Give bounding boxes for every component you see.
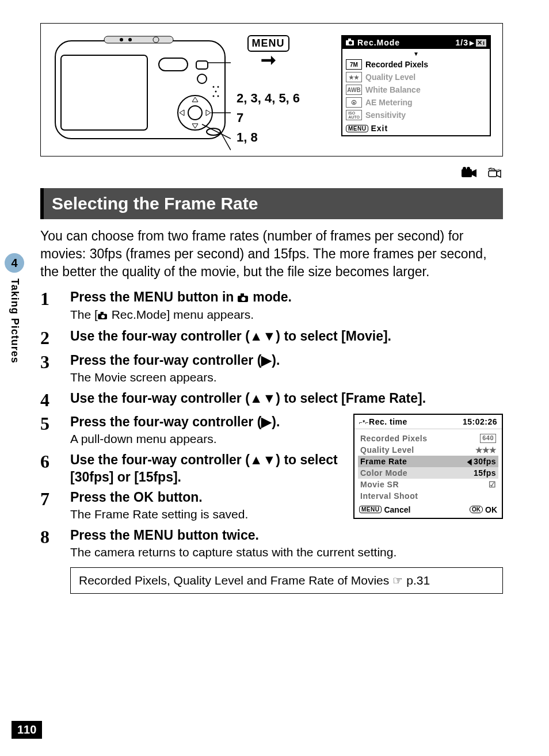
- pointer-hand-icon: ☞: [392, 574, 403, 587]
- svg-point-12: [213, 96, 215, 97]
- step-title: Use the four-way controller (▲▼) to sele…: [70, 452, 342, 486]
- svg-rect-1: [61, 55, 147, 130]
- lcd-header: Rec.Mode 1/3 ▶ ✕ı: [342, 36, 490, 49]
- applicable-mode-icons: [40, 166, 503, 184]
- lcd-footer-label: Exit: [371, 124, 388, 133]
- step-description: The [ Rec.Mode] menu appears.: [70, 308, 503, 322]
- step-7: 7 Press the OK button. The Frame Rate se…: [40, 489, 342, 524]
- step-number: 2: [40, 328, 60, 348]
- intro-paragraph: You can choose from two frame rates (num…: [40, 227, 503, 281]
- lcd-label: Quality Level: [365, 72, 415, 82]
- lcd-row-ae-metering: ⦿ AE Metering: [346, 96, 486, 109]
- step-description: The camera returns to capture status wit…: [70, 545, 503, 559]
- arrow-right-icon: ➞: [261, 51, 276, 69]
- ref-text: Recorded Pixels, Quality Level and Frame…: [79, 574, 389, 587]
- camera-illustration-side: MENU ➞ 2, 3, 4, 5, 6 7 1, 8: [52, 35, 330, 150]
- step-number: 3: [40, 352, 60, 387]
- step-5: 5 Press the four-way controller (▶). A p…: [40, 414, 342, 448]
- side-tab: 4 Taking Pictures: [0, 253, 29, 364]
- camera-icon: [346, 38, 355, 47]
- lcd-icon-iso-auto: ISOAUTO: [346, 110, 362, 120]
- top-figure-box: MENU ➞ 2, 3, 4, 5, 6 7 1, 8 Rec.Mode 1/3: [40, 23, 503, 156]
- step-description: The Frame Rate setting is saved.: [70, 507, 342, 521]
- lcd-label: AE Metering: [365, 98, 413, 107]
- lcd-icon-7m: 7M: [346, 59, 362, 70]
- svg-rect-7: [196, 61, 208, 69]
- camera-callout-labels: MENU ➞ 2, 3, 4, 5, 6 7 1, 8: [237, 35, 300, 145]
- menu-badge-icon: MENU: [346, 125, 368, 132]
- scroll-down-icon: ▼: [346, 51, 486, 57]
- step-title: Use the four-way controller (▲▼) to sele…: [70, 328, 503, 345]
- callout-line-2: 7: [237, 110, 300, 125]
- ref-page: p.31: [406, 574, 430, 587]
- lcd-page-indicator: 1/3: [455, 38, 468, 47]
- step-4: 4 Use the four-way controller (▲▼) to se…: [40, 390, 503, 410]
- lcd2-body: Recorded Pixels 640 Quality Level ★★★ Fr…: [354, 429, 502, 503]
- svg-point-16: [207, 128, 220, 135]
- camera-icon: [238, 289, 249, 307]
- svg-rect-27: [489, 171, 497, 177]
- step-3: 3 Press the four-way controller (▶). The…: [40, 352, 503, 387]
- step-6: 6 Use the four-way controller (▲▼) to se…: [40, 452, 342, 486]
- lcd-body: ▼ 7M Recorded Pixels ★★ Quality Level AW…: [342, 49, 490, 121]
- svg-point-35: [101, 315, 105, 319]
- svg-rect-6: [159, 58, 188, 71]
- lcd2-row-frame-rate: Frame Rate ◀30fps: [358, 456, 498, 467]
- lcd-footer: MENU Exit: [342, 121, 490, 135]
- step-number: 1: [40, 289, 60, 324]
- lcd-row-sensitivity: ISOAUTO Sensitivity: [346, 109, 486, 121]
- lcd-icon-stars: ★★: [346, 72, 362, 82]
- step-title: Press the MENU button in mode.: [70, 289, 503, 307]
- step-title: Press the four-way controller (▶).: [70, 352, 503, 369]
- lcd-row-quality-level: ★★ Quality Level: [346, 71, 486, 83]
- lcd-icon-awb: AWB: [346, 85, 362, 95]
- callout-line-3: 1, 8: [237, 130, 300, 145]
- lcd2-header: ⌐*⌐Rec. time 15:02:26: [354, 415, 502, 429]
- callout-line-1: 2, 3, 4, 5, 6: [237, 91, 300, 106]
- ok-badge-icon: OK: [470, 506, 483, 513]
- underwater-movie-mode-icon: [487, 166, 503, 184]
- lcd-row-white-balance: AWB White Balance: [346, 83, 486, 96]
- lcd-label: White Balance: [365, 85, 421, 94]
- lcd2-footer: MENU Cancel OK OK: [354, 503, 502, 518]
- lcd-rec-mode-menu: Rec.Mode 1/3 ▶ ✕ı ▼ 7M Recorded Pixels ★…: [341, 35, 491, 136]
- step-description: The Movie screen appears.: [70, 371, 503, 384]
- page-number: 110: [12, 721, 42, 739]
- rec-time-value: 15:02:26: [463, 417, 497, 426]
- step-description: A pull-down menu appears.: [70, 432, 342, 446]
- manual-page: 4 Taking Pictures 110: [0, 0, 549, 756]
- checkbox-icon: ☑: [489, 480, 497, 489]
- step-1: 1 Press the MENU button in mode. The [ R…: [40, 289, 503, 324]
- svg-point-8: [197, 74, 207, 83]
- step-title: Press the OK button.: [70, 489, 342, 506]
- svg-point-10: [218, 86, 219, 88]
- lcd2-row-movie-sr: Movie SR ☑: [360, 479, 496, 490]
- lcd2-row-color-mode: Color Mode 15fps: [358, 467, 498, 479]
- lcd2-row-quality-level: Quality Level ★★★: [360, 444, 496, 456]
- svg-point-3: [120, 38, 123, 41]
- step-number: 5: [40, 414, 60, 448]
- svg-line-20: [220, 132, 231, 150]
- step-number: 6: [40, 452, 60, 486]
- svg-point-23: [349, 41, 352, 45]
- lcd-row-recorded-pixels: 7M Recorded Pixels: [346, 58, 486, 71]
- chapter-number-badge: 4: [5, 253, 24, 273]
- svg-point-11: [215, 91, 217, 93]
- svg-point-32: [241, 297, 245, 301]
- step-number: 7: [40, 489, 60, 524]
- menu-badge-icon: MENU: [359, 506, 382, 513]
- chapter-label: Taking Pictures: [9, 278, 21, 364]
- svg-rect-31: [241, 293, 244, 296]
- lcd-title: Rec.Mode: [357, 38, 400, 47]
- svg-rect-2: [104, 36, 173, 43]
- svg-rect-26: [467, 167, 470, 170]
- lcd2-row-interval-shoot: Interval Shoot: [360, 490, 496, 502]
- section-heading: Selecting the Frame Rate: [40, 188, 503, 219]
- camera-back-illustration: [52, 35, 231, 150]
- lcd-movie-settings: ⌐*⌐Rec. time 15:02:26 Recorded Pixels 64…: [353, 414, 503, 519]
- step-title: Press the MENU button twice.: [70, 527, 503, 544]
- svg-point-9: [213, 86, 215, 88]
- svg-point-14: [178, 96, 212, 130]
- step-number: 8: [40, 527, 60, 562]
- movie-mode-icon: [462, 166, 478, 184]
